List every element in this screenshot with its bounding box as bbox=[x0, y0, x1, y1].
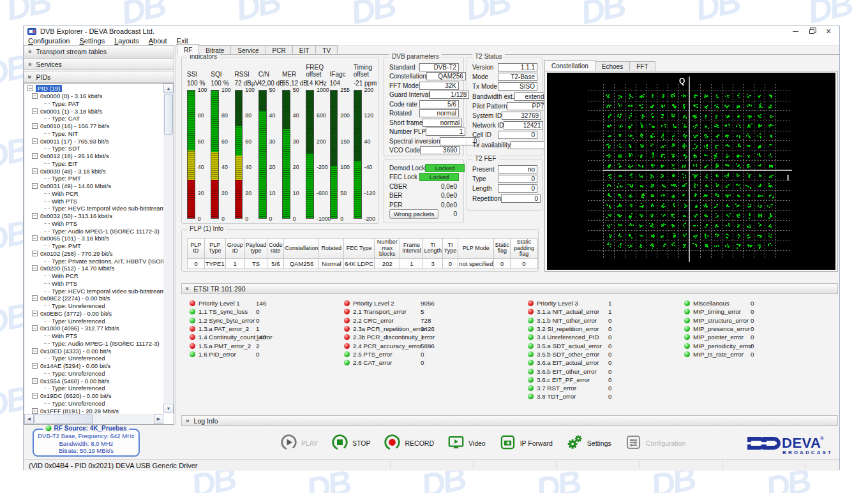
tree-item-label[interactable]: 0x0031 (49) - 14.60 Mbit/s bbox=[40, 182, 111, 189]
tree-item-label[interactable]: Type: Audio MPEG-1 (ISO/IEC 11172-3) bbox=[52, 228, 160, 235]
tab-eit[interactable]: EIT bbox=[292, 45, 317, 55]
sidebar-section-transport-stream-tables[interactable]: » Transport stream tables bbox=[24, 45, 174, 57]
tree-item-label[interactable]: Type: SDT bbox=[52, 145, 80, 152]
tree-item[interactable]: −0x0200 (512) - 14.70 Mbit/s bbox=[25, 265, 163, 272]
tree-item[interactable]: −0x14AE (5294) - 0.00 bit/s bbox=[25, 362, 163, 370]
tree-item-label[interactable]: 0x10ED (4333) - 0.00 bit/s bbox=[40, 348, 111, 355]
tree-item-label[interactable]: Type: HEVC temporal video sub-bitstream … bbox=[52, 288, 163, 295]
collapse-icon[interactable]: − bbox=[32, 311, 38, 316]
tree-item[interactable]: Type: CAT bbox=[25, 115, 163, 122]
tree-item-label[interactable]: 0x0200 (512) - 14.70 Mbit/s bbox=[40, 265, 114, 272]
tree-item-label[interactable]: Type: Private sections, AIT, HBBTV (ISO/… bbox=[52, 258, 163, 265]
tab-constellation[interactable]: Constellation bbox=[544, 60, 595, 71]
scroll-down-arrow[interactable]: ▼ bbox=[163, 404, 174, 413]
collapse-icon[interactable]: − bbox=[32, 93, 38, 99]
tree-item-label[interactable]: Type: PMT bbox=[52, 175, 81, 182]
tree-item[interactable]: −0x08E2 (2274) - 0.00 bit/s bbox=[25, 295, 163, 302]
tree-item[interactable]: −0x0030 (48) - 3.18 kbit/s bbox=[25, 167, 163, 175]
tree-item[interactable]: Type: Unreferenced bbox=[25, 317, 163, 325]
menu-item-about[interactable]: About bbox=[149, 37, 167, 45]
tree-item[interactable]: −0x0012 (18) - 26.16 kbit/s bbox=[25, 152, 163, 160]
collapse-icon[interactable]: − bbox=[32, 138, 38, 144]
tree-item-label[interactable]: 0x0010 (16) - 156.77 bit/s bbox=[40, 122, 109, 129]
tree-item-label[interactable]: 0x0030 (48) - 3.18 kbit/s bbox=[40, 168, 105, 175]
tree-item-label[interactable]: With PTS bbox=[52, 280, 77, 287]
menu-item-settings[interactable]: Settings bbox=[79, 37, 105, 45]
collapse-icon[interactable]: − bbox=[32, 378, 38, 384]
collapse-icon[interactable]: − bbox=[32, 183, 38, 189]
record-button[interactable]: RECORD bbox=[384, 434, 434, 453]
play-button[interactable]: PLAY bbox=[280, 434, 318, 453]
tree-item-label[interactable]: With PCR bbox=[52, 190, 79, 197]
tree-item[interactable]: Type: EIT bbox=[25, 160, 163, 168]
etsi-section-header[interactable]: » ETSI TR 101 290 bbox=[181, 283, 838, 294]
tree-item[interactable]: Type: NIT bbox=[25, 130, 163, 138]
stop-button[interactable]: STOP bbox=[331, 434, 370, 453]
tree-item[interactable]: With PTS bbox=[25, 280, 163, 288]
menu-item-layouts[interactable]: Layouts bbox=[114, 37, 139, 45]
tree-item-label[interactable]: 0x0012 (18) - 26.16 kbit/s bbox=[40, 152, 109, 159]
collapse-icon[interactable]: − bbox=[32, 123, 38, 129]
tree-item-label[interactable]: 0x08E2 (2274) - 0.00 bit/s bbox=[40, 295, 110, 302]
tree-vertical-scrollbar[interactable]: ▲ ▼ bbox=[163, 84, 174, 413]
tree-item-label[interactable]: Type: PAT bbox=[52, 100, 79, 107]
tree-item-label[interactable]: Type: NIT bbox=[52, 130, 78, 137]
tree-item[interactable]: −0x19DC (6620) - 0.00 bit/s bbox=[25, 392, 163, 400]
tab-tv[interactable]: TV bbox=[315, 45, 338, 55]
tree-item[interactable]: With PCR bbox=[25, 190, 163, 198]
tree-item[interactable]: −0x0031 (49) - 14.60 Mbit/s bbox=[25, 182, 163, 190]
tree-item[interactable]: Type: Unreferenced bbox=[25, 355, 163, 362]
sidebar-section-services[interactable]: » Services bbox=[24, 58, 174, 70]
tree-item[interactable]: Type: Unreferenced bbox=[25, 400, 163, 408]
tree-item-label[interactable]: Type: Unreferenced bbox=[52, 318, 105, 325]
tree-item-label[interactable]: 0x19DC (6620) - 0.00 bit/s bbox=[40, 392, 111, 399]
tree-item[interactable]: Type: Unreferenced bbox=[25, 385, 163, 392]
wrong-packets-button[interactable]: Wrong packets bbox=[389, 209, 438, 219]
restore-button[interactable] bbox=[804, 27, 820, 36]
collapse-icon[interactable]: − bbox=[27, 85, 33, 91]
tree-item-label[interactable]: 0x0065 (101) - 3.18 kbit/s bbox=[40, 235, 109, 242]
tree-item[interactable]: −PID (19) bbox=[25, 85, 163, 92]
tree-item-label[interactable]: Type: PMT bbox=[52, 242, 81, 249]
tree-item-label[interactable]: With PTS bbox=[52, 198, 77, 205]
collapse-icon[interactable]: − bbox=[32, 265, 38, 271]
collapse-icon[interactable]: − bbox=[32, 213, 38, 219]
tree-item[interactable]: −0x1000 (4096) - 312.77 kbit/s bbox=[25, 325, 163, 332]
tree-item[interactable]: With PCR bbox=[25, 272, 163, 280]
tree-item[interactable]: −0x0EBC (3772) - 0.00 bit/s bbox=[25, 310, 163, 318]
tree-item[interactable]: −0x0000 (0) - 3.16 kbit/s bbox=[25, 92, 163, 100]
close-button[interactable]: ✕ bbox=[820, 27, 837, 36]
tab-rf[interactable]: RF bbox=[177, 44, 199, 55]
tree-item[interactable]: −0x0011 (17) - 765.93 bit/s bbox=[25, 137, 163, 145]
tree-item[interactable]: −0x0001 (1) - 3.18 kbit/s bbox=[25, 107, 163, 115]
tab-echoes[interactable]: Echoes bbox=[595, 61, 630, 71]
tree-item-label[interactable]: Type: Unreferenced bbox=[52, 302, 105, 309]
tree-item[interactable]: Type: PAT bbox=[25, 100, 163, 108]
tree-item-label[interactable]: PID (19) bbox=[36, 85, 62, 92]
log-info-section-header[interactable]: » Log Info bbox=[181, 415, 838, 426]
tab-fft[interactable]: FFT bbox=[629, 61, 655, 71]
collapse-icon[interactable]: − bbox=[32, 295, 38, 301]
scroll-thumb[interactable] bbox=[34, 415, 93, 423]
tab-service[interactable]: Service bbox=[230, 45, 266, 55]
collapse-icon[interactable]: − bbox=[32, 363, 38, 369]
tree-item[interactable]: With PTS bbox=[25, 197, 163, 205]
scroll-thumb[interactable] bbox=[164, 94, 173, 135]
tree-item[interactable]: Type: Unreferenced bbox=[25, 302, 163, 310]
tree-item[interactable]: Type: Private sections, AIT, HBBTV (ISO/… bbox=[25, 257, 163, 265]
tree-item-label[interactable]: 0x0001 (1) - 3.18 kbit/s bbox=[40, 108, 102, 115]
tree-item-label[interactable]: Type: Unreferenced bbox=[52, 355, 105, 362]
tree-item-label[interactable]: Type: Unreferenced bbox=[52, 385, 105, 392]
minimize-button[interactable] bbox=[787, 27, 804, 36]
tree-item-label[interactable]: 0x0000 (0) - 3.16 kbit/s bbox=[40, 92, 102, 99]
tree-item-label[interactable]: Type: Audio MPEG-1 (ISO/IEC 11172-3) bbox=[52, 340, 160, 347]
tab-pcr[interactable]: PCR bbox=[266, 45, 293, 55]
tree-item-label[interactable]: With PTS bbox=[52, 332, 77, 339]
tree-item[interactable]: Type: Audio MPEG-1 (ISO/IEC 11172-3) bbox=[25, 340, 163, 348]
tree-item[interactable]: With PTS bbox=[25, 220, 163, 228]
tree-item[interactable]: Type: Unreferenced bbox=[25, 370, 163, 378]
tree-item[interactable]: Type: Audio MPEG-1 (ISO/IEC 11172-3) bbox=[25, 227, 163, 235]
tree-item[interactable]: −0x1FFF (8191) - 20.29 Mbit/s bbox=[25, 407, 163, 414]
tree-item-label[interactable]: Type: Unreferenced bbox=[52, 400, 105, 407]
tree-item-label[interactable]: 0x1FFF (8191) - 20.29 Mbit/s bbox=[40, 408, 119, 414]
